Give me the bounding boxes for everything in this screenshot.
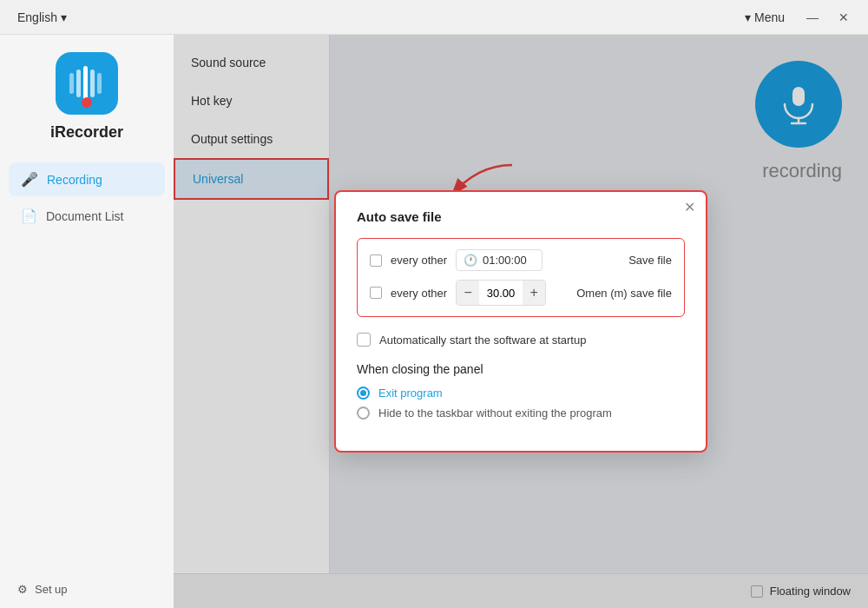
- num-input: − +: [456, 280, 546, 306]
- menu-button[interactable]: ▾ Menu: [734, 7, 795, 28]
- sidebar: iRecorder 🎤 Recording 📄 Document List ⚙ …: [0, 35, 174, 608]
- save-file-label: Save file: [628, 254, 672, 267]
- svg-rect-4: [97, 73, 102, 94]
- radio-row-exit: Exit program: [357, 387, 685, 400]
- auto-save-box: every other 🕐 01:00:00 Save file every o…: [357, 238, 685, 317]
- svg-rect-2: [83, 66, 88, 101]
- startup-row: Automatically start the software at star…: [357, 333, 685, 347]
- radio-exit[interactable]: [357, 387, 370, 400]
- num-decrease-button[interactable]: −: [457, 281, 479, 305]
- mic-icon: 🎤: [21, 171, 38, 188]
- radio-hide[interactable]: [357, 406, 370, 420]
- save-row-1: every other 🕐 01:00:00 Save file: [370, 249, 672, 271]
- chevron-down-icon: ▾: [61, 10, 67, 24]
- app-name: iRecorder: [50, 123, 123, 142]
- dialog: ✕ Auto save file every other 🕐 01:00:00 …: [334, 190, 707, 453]
- title-bar: English ▾ ▾ Menu — ✕: [0, 0, 868, 35]
- save-row-2: every other − + Omen (m) save file: [370, 280, 672, 306]
- language-selector[interactable]: English ▾: [10, 7, 74, 28]
- language-label: English: [17, 10, 57, 24]
- time-value: 01:00:00: [483, 254, 535, 267]
- menu-label: Menu: [754, 10, 785, 24]
- startup-checkbox[interactable]: [357, 333, 371, 347]
- title-bar-right: ▾ Menu — ✕: [734, 5, 858, 30]
- time-input[interactable]: 🕐 01:00:00: [456, 249, 542, 271]
- sidebar-recording-label: Recording: [47, 173, 102, 187]
- sidebar-item-document-list[interactable]: 📄 Document List: [9, 200, 165, 233]
- every-other-label-2: every other: [391, 287, 447, 300]
- main-layout: iRecorder 🎤 Recording 📄 Document List ⚙ …: [0, 35, 868, 608]
- startup-text: Automatically start the software at star…: [379, 334, 586, 347]
- svg-rect-0: [69, 73, 74, 94]
- clock-icon: 🕐: [464, 254, 477, 267]
- every-other-label-1: every other: [391, 254, 447, 267]
- doc-icon: 📄: [21, 208, 37, 224]
- dialog-close-button[interactable]: ✕: [684, 201, 695, 215]
- chevron-icon: ▾: [745, 10, 751, 24]
- save-checkbox-2[interactable]: [370, 287, 382, 299]
- svg-rect-3: [90, 69, 95, 97]
- radio-hide-label: Hide to the taskbar without exiting the …: [378, 406, 612, 420]
- minimize-button[interactable]: —: [799, 5, 826, 30]
- num-increase-button[interactable]: +: [523, 281, 545, 305]
- svg-rect-1: [76, 69, 81, 97]
- sidebar-document-label: Document List: [46, 209, 123, 223]
- radio-exit-label: Exit program: [378, 387, 443, 400]
- setup-label: Set up: [35, 583, 68, 596]
- title-bar-left: English ▾: [10, 7, 74, 28]
- content-area: Sound source Hot key Output settings Uni…: [174, 35, 868, 608]
- omen-label: Omen (m) save file: [576, 287, 672, 300]
- gear-icon: ⚙: [17, 583, 28, 596]
- modal-overlay: ✕ Auto save file every other 🕐 01:00:00 …: [174, 35, 868, 608]
- close-button[interactable]: ✕: [830, 5, 858, 30]
- app-icon: [56, 52, 118, 115]
- setup-footer[interactable]: ⚙ Set up: [0, 571, 174, 608]
- recording-dot: [82, 97, 92, 108]
- sidebar-nav: 🎤 Recording 📄 Document List: [0, 162, 174, 236]
- close-panel-title: When closing the panel: [357, 362, 685, 376]
- dialog-title: Auto save file: [357, 209, 685, 224]
- radio-row-hide: Hide to the taskbar without exiting the …: [357, 406, 685, 420]
- save-checkbox-1[interactable]: [370, 254, 382, 267]
- num-value-input[interactable]: [479, 283, 523, 303]
- sidebar-item-recording[interactable]: 🎤 Recording: [9, 162, 165, 196]
